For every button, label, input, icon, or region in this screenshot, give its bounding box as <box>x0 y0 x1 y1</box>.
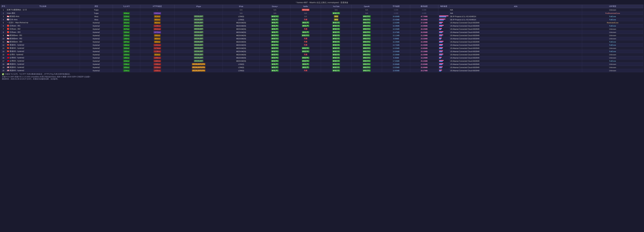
cell-type: Hysteria2 <box>80 47 113 50</box>
cell-udp: FullCone <box>582 59 643 63</box>
cell-seq: 4 <box>1 18 6 21</box>
flag-icon: 🇸🇬 <box>7 15 9 17</box>
cell-netflix: 解锁(JP) <box>290 63 321 66</box>
cell-disney: 解锁(JP) <box>260 31 290 34</box>
cell-netflix: 解锁(JP) <box>290 66 321 69</box>
cell-seq: 14 <box>1 50 6 53</box>
cell-speed-bar <box>438 8 449 12</box>
cell-speed-bar <box>438 69 449 72</box>
table-row: 15🇹🇼台湾01 - hysteria2Hysteria2193ms924ms商… <box>1 53 643 56</box>
flag-icon: 🇭🇰 <box>7 47 9 49</box>
cell-avg-speed: 0.00B <box>382 8 410 12</box>
cell-max-speed: 25.24MB <box>410 59 438 63</box>
cell-openai: 解锁(SG) <box>351 59 382 63</box>
cell-iprisk: LOW(0) <box>223 66 260 69</box>
node-name: trojan-测试 <box>7 12 15 14</box>
cell-type: Hysteria2 <box>80 56 113 59</box>
cell-iptype: 商宽/机房IP <box>174 56 222 59</box>
cell-seq: 13 <box>1 47 6 50</box>
cell-netflix: 解锁(SG) <box>290 34 321 37</box>
title-bar: *.homes-4887 - MiaoKo 自定义测试 | normalspee… <box>1 1 643 5</box>
cell-openai: N/A <box>351 12 382 15</box>
flag-icon: 🇹🇼 <box>7 56 9 59</box>
table-row: 11🇸🇬新加坡aws - 003Hysteria2187ms926ms商宽/机房… <box>1 40 643 43</box>
cell-seq: 7 <box>1 27 6 31</box>
cell-tls: 202ms <box>113 18 140 21</box>
cell-iptype: 商宽/机房IP <box>174 59 222 63</box>
cell-seq: 2 <box>1 12 6 15</box>
cell-netflix: 查询失败 <box>290 8 321 12</box>
cell-netflix: 解锁(JP) <box>290 21 321 24</box>
cell-udp: FullCone <box>582 43 643 47</box>
cell-seq: 8 <box>1 31 6 34</box>
table-row: 2trojan-测试Trojan404ms1562ms-N/AN/AN/A解锁(… <box>1 12 643 15</box>
cell-name: 🇸🇬新加坡-vless <box>6 15 80 18</box>
cell-name: 🇭🇰香港001 - hysteria2 <box>6 43 80 47</box>
node-name: 日本aws - 001 <box>10 25 20 27</box>
cell-youtube: 解锁(US) <box>321 53 351 56</box>
cell-iptype: 商宽/机房IP|VPN <box>174 63 222 66</box>
cell-seq: 12 <box>1 43 6 47</box>
cell-iptype: 商宽/机房IP <box>174 31 222 34</box>
cell-speed-bar <box>438 40 449 43</box>
cell-name: 🔴日本aws - 002 <box>6 27 80 31</box>
cell-youtube: 解锁(US) <box>321 31 351 34</box>
cell-youtube: 解锁(US) <box>321 50 351 53</box>
cell-max-speed: 34.29MB <box>410 18 438 21</box>
cell-udp: Unknown <box>582 69 643 72</box>
node-name: 台湾01 - hysteria2 <box>10 53 23 55</box>
flag-icon: 🇭🇰 <box>7 44 9 46</box>
node-name: 香港002 - hysteria2 <box>10 47 24 49</box>
cell-openai: 解锁(SG) <box>351 56 382 59</box>
cell-disney: 解锁(JP) <box>260 27 290 31</box>
col-header-type: 类型 <box>80 5 113 8</box>
cell-asn: US·Akamai Connected Cloud·AS63949 <box>449 69 582 72</box>
cell-asn: US·Akamai Connected Cloud·AS63949 <box>449 37 582 40</box>
cell-iprisk: LOW(0) <box>223 18 260 21</box>
cell-avg-speed: 34.66MB <box>382 15 410 18</box>
cell-avg-speed: 0.00B <box>382 12 410 15</box>
cell-max-speed: 47.74MB <box>410 15 438 18</box>
cell-iprisk: MEDIUM(59) <box>223 34 260 37</box>
cell-seq: 6 <box>1 24 6 27</box>
node-name: 香港003 - hysteria2 <box>10 50 24 52</box>
cell-iprisk: MEDIUM(59) <box>223 27 260 31</box>
cell-disney: 解锁(HK) <box>260 56 290 59</box>
cell-disney: 解锁(SG) <box>260 37 290 40</box>
cell-https: 936ms <box>140 34 174 37</box>
cell-asn: US·Akamai Connected Cloud·AS63949 <box>449 50 582 53</box>
cell-name: trojan-测试 <box>6 12 80 15</box>
cell-type: Hysteria2 <box>80 43 113 47</box>
cell-disney: N/A <box>260 12 290 15</box>
cell-iptype: 商宽/机房IP <box>174 18 222 21</box>
cell-https: 1174ms <box>140 47 174 50</box>
cell-iptype: 商宽/机房IP <box>174 50 222 53</box>
cell-type: Hysteria2 <box>80 37 113 40</box>
cell-tls: 202ms <box>113 47 140 50</box>
cell-max-speed: 23.32MB <box>410 37 438 40</box>
flag-icon: 🇹🇼 <box>7 60 9 62</box>
node-name: 距离下次重置剩余：12 天 <box>7 9 27 11</box>
cell-https: 962ms <box>140 21 174 24</box>
footer-time: 测试时间：2025-01-09 22:24:27 (CST)，本测试为试验性结果… <box>2 78 642 80</box>
cell-tls: 201ms <box>113 21 140 24</box>
cell-openai: 解锁(SG) <box>351 31 382 34</box>
cell-max-speed: 24.09MB <box>410 24 438 27</box>
cell-netflix: N/A <box>290 15 321 18</box>
node-name: 台湾003 - hysteria2 <box>10 60 24 62</box>
cell-youtube: 解锁(US) <box>321 63 351 66</box>
cell-name: 🇹🇼台湾002 - hysteria2 <box>6 56 80 59</box>
cell-tls: 404ms <box>113 12 140 15</box>
main-container: *.homes-4887 - MiaoKo 自定义测试 | normalspee… <box>0 0 644 82</box>
cell-udp: Unknown <box>582 34 643 37</box>
cell-https: 1572ms <box>140 31 174 34</box>
cell-type: Hysteria2 <box>80 24 113 27</box>
cell-netflix: 失败 <box>290 69 321 72</box>
cell-netflix: 解锁(HK) <box>290 47 321 50</box>
cell-iprisk: MEDIUM(59) <box>223 24 260 27</box>
cell-tls: 217ms <box>113 27 140 31</box>
cell-seq: 3 <box>1 15 6 18</box>
table-row: 12🇭🇰香港001 - hysteria2Hysteria2186ms1101m… <box>1 43 643 47</box>
cell-tls: 215ms <box>113 15 140 18</box>
cell-disney: 解锁(JP) <box>260 66 290 69</box>
